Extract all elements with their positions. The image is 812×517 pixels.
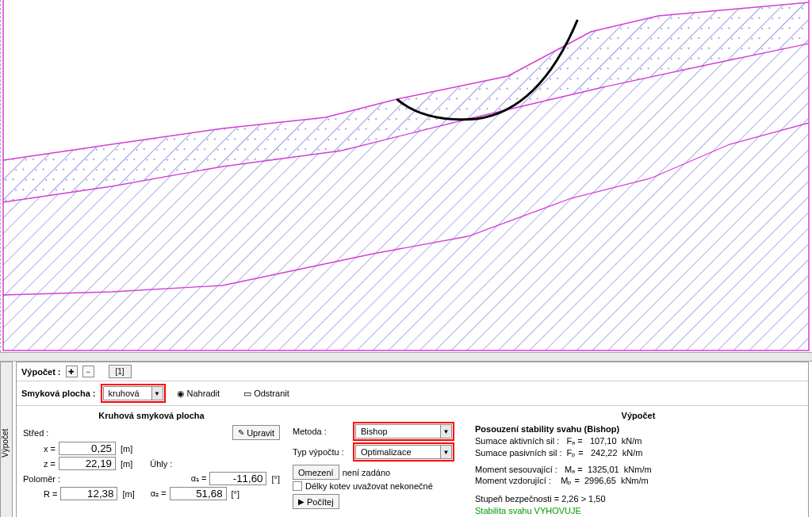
x-unit: [m] — [121, 444, 132, 454]
result-mp-value: 2996,65 — [584, 476, 616, 485]
alpha1-input[interactable] — [209, 472, 266, 485]
edit-icon: ✎ — [238, 428, 244, 437]
result-fa-label: Sumace aktivních sil : — [475, 436, 559, 446]
chevron-down-icon: ▼ — [440, 446, 451, 458]
restrictions-state: není zadáno — [343, 468, 391, 477]
result-fa-symbol: Fₐ = — [567, 436, 583, 446]
r-input[interactable] — [60, 487, 117, 500]
alpha2-input[interactable] — [170, 487, 227, 500]
replace-icon: ◉ — [177, 389, 185, 399]
restrictions-button[interactable]: Omezení — [293, 465, 339, 480]
result-ma-unit: kNm/m — [624, 465, 652, 474]
calc-type-select[interactable]: Optimalizace ▼ — [355, 445, 452, 459]
r-label: R = — [44, 489, 57, 499]
calc-type-label: Typ výpočtu : — [293, 447, 350, 457]
infinite-anchors-label: Délky kotev uvažovat nekonečné — [305, 481, 433, 491]
r-unit: [m] — [122, 489, 134, 499]
add-analysis-button[interactable]: ✚ — [66, 366, 78, 377]
right-section-title: Výpočet — [475, 409, 802, 423]
result-fp-value: 242,22 — [591, 448, 618, 458]
safety-factor: Stupeň bezpečnosti = 2,26 > 1,50 — [475, 494, 606, 504]
result-mp-symbol: Mₚ = — [561, 476, 580, 485]
remove-button[interactable]: ▭ Odstranit — [240, 389, 293, 399]
result-mp-unit: kNm/m — [621, 476, 649, 485]
result-fp-label: Sumace pasivních sil : — [475, 448, 561, 458]
result-fa-unit: kN/m — [622, 436, 642, 446]
radius-label: Poloměr : — [23, 474, 60, 484]
left-section-title: Kruhová smyková plocha — [23, 409, 280, 423]
result-mp-label: Moment vzdorující : — [475, 476, 551, 485]
analysis-tab-1[interactable]: [1] — [109, 365, 132, 378]
z-input[interactable] — [59, 457, 116, 470]
center-label: Střed : — [23, 428, 59, 438]
chevron-down-icon: ▼ — [151, 387, 163, 400]
angles-label: Úhly : — [150, 459, 172, 469]
result-fa-value: 107,10 — [590, 436, 617, 446]
infinite-anchors-checkbox[interactable] — [293, 481, 302, 491]
side-tab-vypocet[interactable]: Výpočet — [0, 362, 13, 517]
method-select[interactable]: Bishop ▼ — [355, 424, 452, 438]
replace-button[interactable]: ◉ Nahradit — [174, 389, 224, 399]
x-label: x = — [44, 444, 56, 454]
slip-surface-type-select[interactable]: kruhová ▼ — [103, 386, 163, 400]
method-label: Metoda : — [293, 427, 350, 436]
result-fp-symbol: Fₚ = — [567, 448, 584, 458]
z-label: z = — [44, 459, 56, 469]
verdict: Stabilita svahu VYHOVUJE — [475, 506, 581, 515]
results-heading: Posouzení stability svahu (Bishop) — [475, 424, 619, 434]
result-ma-label: Moment sesouvající : — [475, 465, 557, 474]
z-unit: [m] — [121, 459, 132, 469]
geometry-viewport[interactable] — [0, 0, 812, 352]
result-ma-symbol: Mₐ = — [565, 465, 583, 474]
chevron-down-icon: ▼ — [440, 425, 451, 438]
edit-button[interactable]: ✎ Upravit — [232, 425, 280, 440]
svg-marker-4 — [3, 44, 809, 350]
x-input[interactable] — [59, 442, 116, 455]
alpha2-unit: [°] — [232, 489, 240, 499]
vypocet-label: Výpočet : — [21, 367, 61, 377]
remove-icon: ▭ — [243, 389, 251, 399]
alpha1-unit: [°] — [271, 474, 280, 484]
result-ma-value: 1325,01 — [588, 465, 619, 474]
alpha2-label: α₂ = — [151, 488, 167, 499]
slip-surface-label: Smyková plocha : — [21, 389, 96, 398]
result-fp-unit: kN/m — [622, 448, 643, 458]
analyze-button[interactable]: ▶ Počítej — [293, 494, 339, 509]
alpha1-label: α₁ = — [191, 473, 207, 484]
play-icon: ▶ — [298, 497, 304, 506]
remove-analysis-button[interactable]: − — [82, 366, 94, 377]
